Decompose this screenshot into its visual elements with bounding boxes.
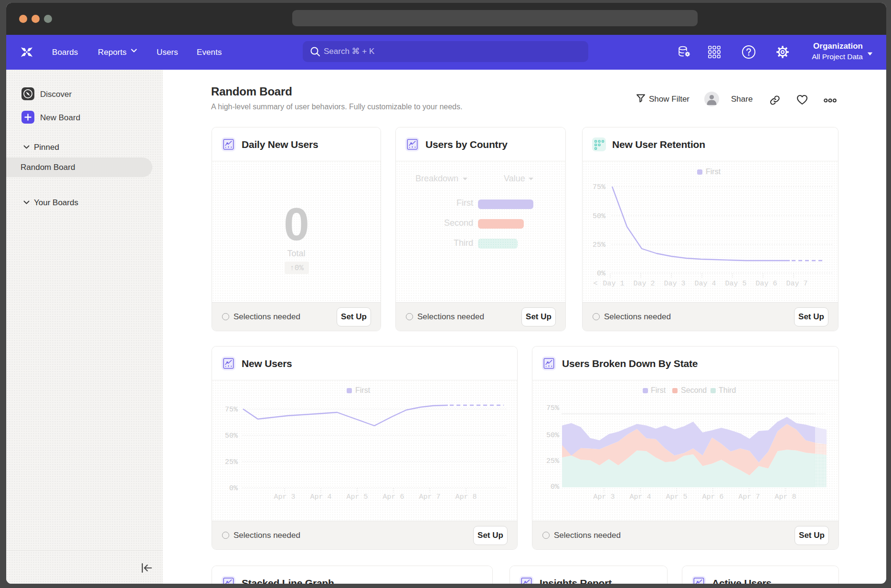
svg-text:25%: 25% (593, 241, 606, 249)
svg-text:Day 2: Day 2 (633, 280, 655, 288)
svg-text:Apr 5: Apr 5 (666, 493, 687, 501)
svg-text:<: < (593, 280, 597, 288)
svg-text:25%: 25% (546, 457, 560, 465)
svg-text:Apr 3: Apr 3 (274, 493, 295, 501)
svg-text:Apr 6: Apr 6 (702, 493, 723, 501)
svg-text:0%: 0% (597, 270, 606, 278)
svg-text:50%: 50% (225, 432, 238, 440)
svg-text:Day 4: Day 4 (694, 280, 716, 288)
svg-text:Apr 7: Apr 7 (738, 493, 760, 501)
svg-text:50%: 50% (546, 431, 560, 440)
svg-text:Day 3: Day 3 (664, 280, 685, 288)
svg-text:Apr 3: Apr 3 (593, 493, 615, 501)
svg-text:75%: 75% (593, 183, 606, 191)
svg-text:Apr 4: Apr 4 (310, 493, 331, 501)
svg-text:25%: 25% (225, 458, 238, 466)
svg-text:0%: 0% (551, 483, 560, 491)
svg-text:Day 1: Day 1 (603, 280, 624, 288)
svg-text:Apr 6: Apr 6 (382, 493, 404, 501)
svg-text:Apr 5: Apr 5 (346, 493, 368, 501)
svg-text:75%: 75% (225, 406, 238, 414)
svg-text:Apr 8: Apr 8 (774, 493, 796, 501)
svg-text:Apr 7: Apr 7 (419, 493, 440, 501)
svg-text:Day 5: Day 5 (725, 280, 746, 288)
svg-text:Day 7: Day 7 (786, 280, 807, 288)
svg-text:0%: 0% (229, 484, 238, 493)
svg-text:Apr 4: Apr 4 (629, 493, 651, 501)
svg-text:50%: 50% (593, 212, 606, 220)
svg-text:75%: 75% (546, 404, 560, 412)
svg-text:Day 6: Day 6 (755, 280, 777, 288)
svg-text:Apr 8: Apr 8 (455, 493, 477, 501)
